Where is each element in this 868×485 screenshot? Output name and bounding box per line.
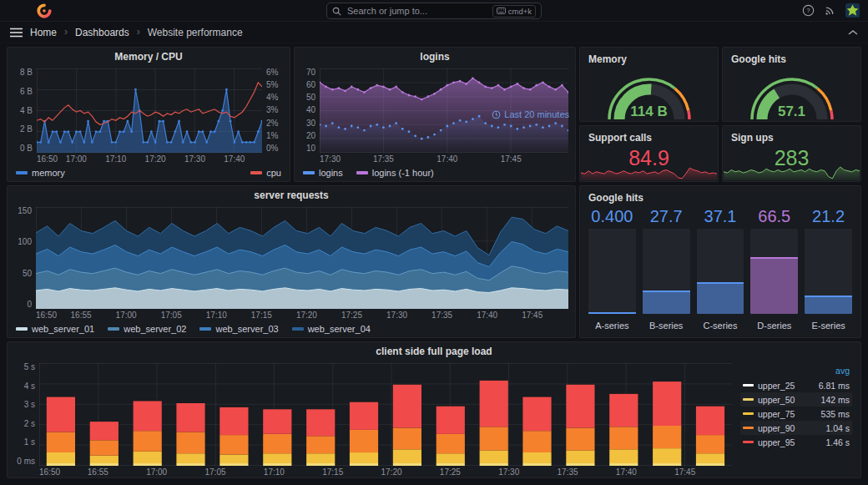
legend-item-web_server_03[interactable]: web_server_03 xyxy=(199,324,278,334)
x-tick-label: 17:30 xyxy=(386,311,407,320)
legend-avg-value: 1.46 s xyxy=(825,437,850,447)
search-box[interactable]: cmd+k xyxy=(326,3,542,19)
legend-swatch xyxy=(16,327,28,331)
y-tick-label: 2 B xyxy=(20,125,33,134)
legend-label: web_server_01 xyxy=(32,324,94,334)
legend-item-logins[interactable]: logins xyxy=(303,168,343,178)
panel-title[interactable]: Google hits xyxy=(580,186,860,204)
panel-google-hits-gauge: Google hits 57.1 xyxy=(722,47,861,122)
panel-title[interactable]: Memory / CPU xyxy=(8,48,290,66)
legend-swatch xyxy=(743,384,754,386)
y-tick-label: 150 xyxy=(18,207,32,215)
panel-title[interactable]: server requests xyxy=(8,186,575,205)
y-tick-label: 0 B xyxy=(20,144,33,153)
panel-memory-gauge: Memory 114 B xyxy=(579,47,719,122)
x-tick-label: 17:20 xyxy=(296,311,317,320)
gauge-value: 57.1 xyxy=(778,104,805,120)
bar-gauge-label: A-series xyxy=(588,314,636,331)
dashboard-grid: Memory / CPU 8 B6 B4 B2 B0 B 6%5%4%3%2%1… xyxy=(0,43,868,485)
bar-gauge: 0.400A-series27.7B-series37.1C-series66.… xyxy=(580,204,860,337)
chevron-right-icon: › xyxy=(64,26,68,38)
y-axis-left: 8 B6 B4 B2 B0 B xyxy=(14,68,37,153)
legend-avg-header[interactable]: avg xyxy=(740,366,852,378)
y-tick-label: 6% xyxy=(266,68,278,77)
menu-hamburger-icon[interactable] xyxy=(10,28,23,38)
legend-item-web_server_01[interactable]: web_server_01 xyxy=(16,324,94,334)
x-axis: 17:3017:3517:4017:45 xyxy=(320,153,568,164)
y-tick-label: 3 s xyxy=(24,401,35,409)
bar-gauge-column-C-series: 37.1C-series xyxy=(697,207,744,331)
gauge-value: 114 B xyxy=(630,104,667,120)
y-axis-right: 6%5%4%3%2%1%0% xyxy=(262,68,283,153)
x-tick-label: 16:50 xyxy=(39,467,60,477)
x-tick-label: 17:25 xyxy=(341,311,362,320)
legend-label: memory xyxy=(32,168,65,178)
panel-title[interactable]: client side full page load xyxy=(8,342,860,361)
grafana-logo-icon[interactable] xyxy=(37,3,52,18)
x-tick-label: 17:40 xyxy=(437,154,457,164)
legend-item-memory[interactable]: memory xyxy=(16,168,65,178)
svg-text:?: ? xyxy=(806,7,810,14)
legend-item-web_server_02[interactable]: web_server_02 xyxy=(108,324,186,334)
shortcut-badge: cmd+k xyxy=(492,5,536,18)
keyboard-icon xyxy=(497,8,506,14)
y-tick-label: 4 s xyxy=(24,382,35,391)
legend-label: logins xyxy=(319,168,343,178)
bar-gauge-label: E-series xyxy=(805,314,852,331)
legend-label: upper_90 xyxy=(758,423,821,433)
breadcrumb-dashboards[interactable]: Dashboards xyxy=(75,27,129,38)
legend-item-upper_95[interactable]: upper_951.46 s xyxy=(740,435,852,449)
memory-cpu-plot[interactable] xyxy=(37,68,262,153)
y-tick-label: 30 xyxy=(306,119,315,128)
x-tick-label: 17:10 xyxy=(206,311,227,320)
legend-item-cpu[interactable]: cpu xyxy=(250,168,281,178)
x-tick-label: 17:25 xyxy=(440,467,461,477)
legend-item-upper_25[interactable]: upper_256.81 ms xyxy=(740,378,852,392)
x-tick-label: 17:35 xyxy=(558,467,578,477)
panel-google-hits-bars: Google hits 0.400A-series27.7B-series37.… xyxy=(579,185,861,338)
x-axis: 16:5017:0017:1017:2017:3017:40 xyxy=(37,153,262,164)
x-tick-label: 17:20 xyxy=(145,154,166,164)
bar-gauge-track xyxy=(750,229,798,314)
legend-item-upper_50[interactable]: upper_50142 ms xyxy=(740,392,852,407)
page-load-plot[interactable] xyxy=(39,363,732,466)
search-input[interactable] xyxy=(346,5,488,17)
legend-item-upper_75[interactable]: upper_75535 ms xyxy=(740,407,852,421)
bar-gauge-track xyxy=(643,229,690,314)
server-requests-plot[interactable] xyxy=(36,207,568,309)
legend: web_server_01web_server_02web_server_03w… xyxy=(8,321,575,337)
bar-gauge-value: 0.400 xyxy=(588,207,636,229)
bar-gauge-fill xyxy=(643,290,690,314)
legend-swatch xyxy=(743,427,754,429)
x-tick-label: 17:40 xyxy=(616,467,637,477)
breadcrumb-home[interactable]: Home xyxy=(30,27,57,38)
user-avatar[interactable] xyxy=(845,3,860,18)
chevron-right-icon: › xyxy=(137,26,140,38)
bar-gauge-value: 27.7 xyxy=(643,207,690,229)
legend-item-upper_90[interactable]: upper_901.04 s xyxy=(740,421,852,435)
x-tick-label: 16:50 xyxy=(36,311,57,320)
x-tick-label: 17:10 xyxy=(264,467,285,477)
news-rss-icon[interactable] xyxy=(824,4,836,17)
help-icon[interactable]: ? xyxy=(802,4,815,17)
logins-plot[interactable] xyxy=(320,68,568,153)
panel-title[interactable]: Google hits xyxy=(723,48,860,65)
panel-title[interactable]: Memory xyxy=(580,48,718,65)
y-axis-left: 150100500 xyxy=(14,207,36,309)
x-tick-label: 17:30 xyxy=(320,154,341,164)
panel-server-requests: server requests 150100500 16:5016:5517:0… xyxy=(7,185,576,338)
top-bar: cmd+k ? xyxy=(0,0,868,22)
bar-gauge-fill xyxy=(750,257,798,314)
legend-item-logins (-1 hour)[interactable]: logins (-1 hour) xyxy=(356,168,434,178)
legend-label: cpu xyxy=(266,168,281,178)
legend-label: upper_25 xyxy=(758,381,815,391)
legend-item-web_server_04[interactable]: web_server_04 xyxy=(292,324,371,334)
y-tick-label: 0% xyxy=(266,144,278,153)
chevron-up-icon[interactable] xyxy=(848,29,858,36)
x-tick-label: 17:05 xyxy=(205,467,226,477)
legend-label: upper_95 xyxy=(758,437,821,447)
y-tick-label: 5% xyxy=(266,81,278,89)
y-tick-label: 3% xyxy=(266,106,278,114)
breadcrumb-current: Website performance xyxy=(148,27,243,38)
right-panel-stack: Memory 114 B Google hits 57.1 Suppor xyxy=(579,47,861,182)
